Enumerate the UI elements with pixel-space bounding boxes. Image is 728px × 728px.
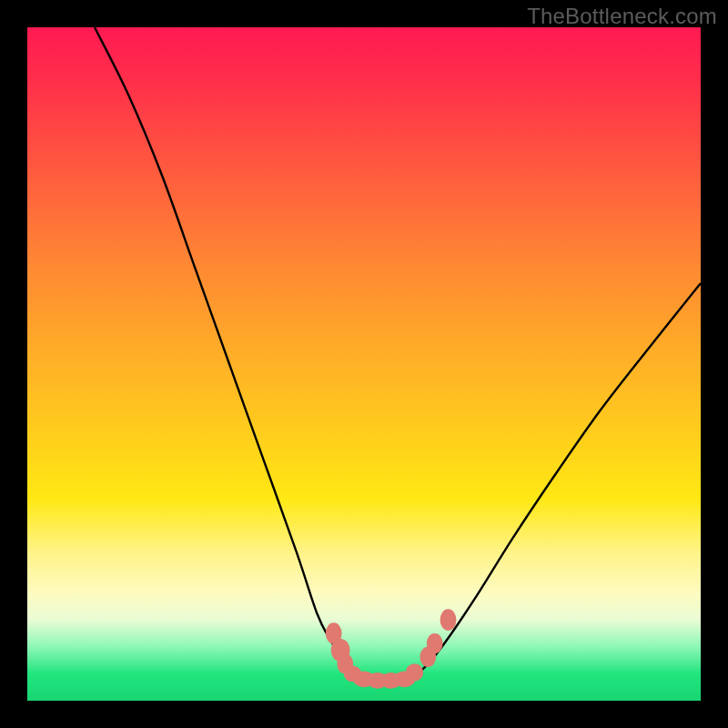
chart-plot-area: [27, 27, 701, 701]
chart-frame: TheBottleneck.com: [0, 0, 728, 728]
watermark-text: TheBottleneck.com: [527, 4, 717, 29]
valley-dot: [440, 609, 457, 631]
left-curve: [95, 27, 350, 673]
right-curve: [418, 283, 701, 673]
chart-svg: [27, 27, 701, 701]
valley-dot: [427, 633, 443, 653]
valley-dots: [326, 609, 457, 688]
valley-dot: [406, 663, 423, 681]
